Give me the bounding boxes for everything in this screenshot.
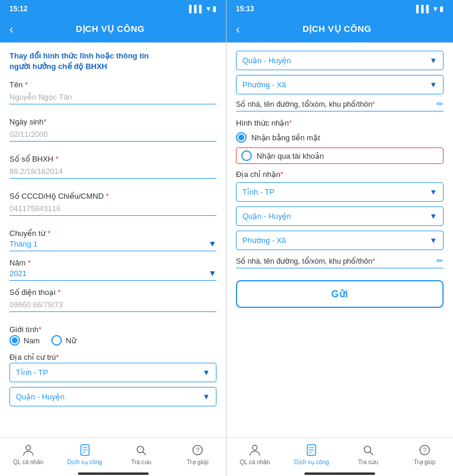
input-ten[interactable] xyxy=(9,90,216,104)
status-icons-left: ▌▌▌ ▾ ▮ xyxy=(189,5,216,13)
tab-ql-ca-nhan-left[interactable]: QL cá nhân xyxy=(0,440,57,468)
label-cccd: Số CCCD/Hộ Chiếu/CMND * xyxy=(9,192,216,201)
option-tienmat[interactable]: Nhận bằng tiền mặt xyxy=(236,132,444,143)
quan-huyen-2-label: Quận - Huyện xyxy=(242,212,291,221)
chevron-down-icon-phuongxa2: ▼ xyxy=(429,236,437,245)
tinh-tp-value: Tỉnh - TP xyxy=(16,368,48,377)
search-icon-right xyxy=(360,442,376,458)
chevron-down-icon-tinh: ▼ xyxy=(202,368,210,377)
chevron-down-icon-chuyentu: ▼ xyxy=(208,239,216,248)
label-bhxh: Số sổ BHXH * xyxy=(9,155,216,163)
chevron-down-icon-quan: ▼ xyxy=(202,392,210,401)
dropdown-tinh-tp[interactable]: Tỉnh - TP ▼ xyxy=(9,363,216,382)
person-icon-left xyxy=(21,442,36,458)
phuong-xa-top-label: Phường - Xã xyxy=(242,80,286,89)
radio-nam-circle[interactable] xyxy=(9,335,20,346)
phuong-xa-2-label: Phường - Xã xyxy=(242,236,286,245)
address-row-1: Số nhà, tên đường, tổ/xóm, khu phố/thôn*… xyxy=(236,99,444,111)
tab-label-dvc-right: Dịch vụ công xyxy=(294,459,329,465)
edit-icon-2[interactable]: ✏ xyxy=(436,256,444,265)
input-bhxh[interactable] xyxy=(9,165,216,179)
time-left: 15:12 xyxy=(9,5,28,13)
field-ten: Tên * xyxy=(9,80,216,111)
header-right: ‹ DỊCH VỤ CÔNG xyxy=(226,17,453,42)
select-chuyentu[interactable]: Tháng 1 xyxy=(9,239,208,248)
option-taikhoan[interactable]: Nhận qua tài khoản xyxy=(236,147,444,164)
right-phone: 15:13 ▌▌▌ ▾ ▮ ‹ DỊCH VỤ CÔNG Quận - Huyệ… xyxy=(226,0,453,476)
select-nam[interactable]: 2021 xyxy=(9,269,208,278)
label-ngaysinh: Ngày sinh* xyxy=(9,117,216,126)
label-nam: Năm * xyxy=(9,258,216,267)
svg-point-14 xyxy=(365,447,371,453)
tab-dich-vu-cong-left[interactable]: Dịch vụ công xyxy=(57,440,113,468)
field-nam: Năm * 2021 ▼ xyxy=(9,258,216,281)
dropdown-quan-huyen-2[interactable]: Quận - Huyện ▼ xyxy=(236,206,444,226)
radio-taikhoan-circle[interactable] xyxy=(241,150,252,161)
radio-nu-circle[interactable] xyxy=(51,335,62,346)
tab-label-ql-right: QL cá nhân xyxy=(239,459,270,465)
dropdown-quan-huyen[interactable]: Quận - Huyện ▼ xyxy=(9,387,216,406)
tab-tra-cuu-right[interactable]: Tra cứu xyxy=(340,440,396,468)
chevron-down-icon-phuongxa-top: ▼ xyxy=(429,80,437,89)
tinh-tp-2-label: Tỉnh - TP xyxy=(242,188,274,196)
dropdown-phuong-xa-top[interactable]: Phường - Xã ▼ xyxy=(236,75,444,94)
tab-ql-ca-nhan-right[interactable]: QL cá nhân xyxy=(226,440,283,468)
input-ngaysinh[interactable] xyxy=(9,127,216,142)
dropdown-chuyentu[interactable]: Tháng 1 ▼ xyxy=(9,239,216,251)
field-cccd: Số CCCD/Hộ Chiếu/CMND * xyxy=(9,192,216,223)
input-cccd[interactable] xyxy=(9,202,216,216)
svg-point-9 xyxy=(252,445,257,450)
field-hinhthuenhan: Hình thức nhận* Nhận bằng tiền mặt Nhận … xyxy=(236,119,444,164)
svg-line-15 xyxy=(370,452,373,455)
field-gioitinh: Giới tính* Nam Nữ xyxy=(9,325,216,346)
left-phone: 15:12 ▌▌▌ ▾ ▮ ‹ DỊCH VỤ CÔNG Thay đổi hì… xyxy=(0,0,226,476)
back-button-right[interactable]: ‹ xyxy=(236,23,240,35)
dropdown-nam[interactable]: 2021 ▼ xyxy=(9,268,216,281)
dropdown-phuong-xa-2[interactable]: Phường - Xã ▼ xyxy=(236,231,444,250)
submit-button[interactable]: Gửi xyxy=(236,280,444,308)
quan-huyen-top-label: Quận - Huyện xyxy=(242,56,291,65)
tab-label-tg-left: Trợ giúp xyxy=(187,459,209,465)
radio-nam-label: Nam xyxy=(24,336,40,345)
tab-label-tc-left: Tra cứu xyxy=(131,459,151,465)
chevron-down-icon-quanhuyen-top: ▼ xyxy=(429,56,437,65)
label-sdt: Số điện thoại * xyxy=(9,288,216,297)
bottom-tabs-left: QL cá nhân Dịch vụ công xyxy=(0,437,226,472)
header-title-right: DỊCH VỤ CÔNG xyxy=(245,24,429,34)
dropdown-quan-huyen-top[interactable]: Quận - Huyện ▼ xyxy=(236,51,444,70)
tab-dich-vu-cong-right[interactable]: Dịch vụ công xyxy=(283,440,340,468)
svg-text:?: ? xyxy=(423,447,426,454)
back-button-left[interactable]: ‹ xyxy=(9,23,14,35)
tab-tra-cuu-left[interactable]: Tra cứu xyxy=(113,440,170,468)
address-label-1: Số nhà, tên đường, tổ/xóm, khu phố/thôn* xyxy=(236,100,375,109)
person-icon-right xyxy=(247,442,262,458)
field-ngaysinh: Ngày sinh* xyxy=(9,117,216,149)
edit-icon-1[interactable]: ✏ xyxy=(436,99,444,109)
label-chuyentu: Chuyển từ * xyxy=(9,229,216,238)
tab-tro-giup-left[interactable]: ? Trợ giúp xyxy=(169,440,226,468)
tab-label-ql-left: QL cá nhân xyxy=(13,459,43,465)
svg-line-6 xyxy=(143,452,146,455)
tab-label-tc-right: Tra cứu xyxy=(358,459,378,465)
label-gioitinh: Giới tính* xyxy=(9,325,216,334)
bottom-tabs-right: QL cá nhân Dịch vụ công xyxy=(226,437,453,472)
field-sdt: Số điện thoại * xyxy=(9,288,216,319)
label-hinhthuenhan: Hình thức nhận* xyxy=(236,119,444,127)
status-bar-left: 15:12 ▌▌▌ ▾ ▮ xyxy=(0,0,226,17)
help-icon-left: ? xyxy=(190,442,205,458)
tab-label-dvc-left: Dịch vụ công xyxy=(67,459,102,465)
header-left: ‹ DỊCH VỤ CÔNG xyxy=(0,17,226,42)
document-icon-right xyxy=(304,442,319,458)
page-title-left: Thay đổi hình thức lĩnh hoặc thông tinng… xyxy=(9,51,216,72)
radio-nu[interactable]: Nữ xyxy=(51,335,76,346)
tab-tro-giup-right[interactable]: ? Trợ giúp xyxy=(396,440,453,468)
dropdown-tinh-tp-2[interactable]: Tỉnh - TP ▼ xyxy=(236,182,444,202)
input-sdt[interactable] xyxy=(9,298,216,312)
help-icon-right: ? xyxy=(417,442,432,458)
label-ten: Tên * xyxy=(9,80,216,89)
label-diachinha: Địa chỉ nhận* xyxy=(236,170,444,179)
radio-tienmat-circle[interactable] xyxy=(236,132,247,143)
radio-nam[interactable]: Nam xyxy=(9,335,40,346)
home-indicator-left xyxy=(0,472,226,476)
document-icon-left xyxy=(77,442,93,458)
